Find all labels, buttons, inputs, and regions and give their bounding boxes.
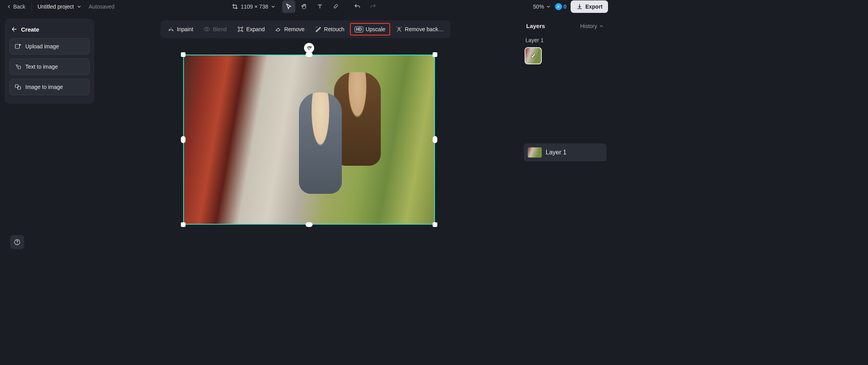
zoom-value: 50% [533, 4, 544, 10]
resize-handle-tl[interactable] [181, 52, 186, 57]
retouch-button[interactable]: Retouch [310, 23, 349, 36]
project-name-dropdown[interactable]: Untitled project [35, 2, 84, 11]
hand-icon [301, 3, 308, 10]
canvas-image[interactable] [183, 55, 435, 225]
canvas-dimensions-text: 1109 × 738 [241, 4, 268, 10]
layers-tab[interactable]: Layers [526, 23, 545, 29]
eraser-icon [275, 26, 282, 33]
text-to-image-icon [14, 63, 21, 70]
undo-icon [354, 3, 361, 10]
remove-background-button[interactable]: Remove back… [391, 23, 449, 36]
back-button[interactable]: Back [3, 2, 28, 11]
divider [32, 3, 32, 11]
help-button[interactable] [10, 235, 24, 249]
inpaint-label: Inpaint [177, 26, 193, 32]
credits-icon [555, 3, 562, 10]
expand-icon [237, 26, 244, 33]
remove-bg-label: Remove back… [405, 26, 444, 32]
credits-indicator[interactable]: 0 [555, 3, 567, 10]
upload-image-icon [14, 43, 21, 50]
text-to-image-button[interactable]: Text to image [9, 58, 90, 75]
image-to-image-label: Image to image [25, 84, 63, 90]
svg-point-5 [171, 28, 171, 28]
check-icon: ✓ [531, 52, 536, 60]
chevron-left-icon [6, 4, 12, 9]
redo-icon [369, 3, 377, 10]
svg-rect-1 [18, 66, 21, 69]
zoom-dropdown[interactable]: 50% [533, 4, 551, 10]
current-layer-label: Layer 1 [524, 35, 606, 47]
image-content [299, 92, 342, 194]
history-label: History [580, 23, 597, 29]
left-panel: Create Upload image Text to image Image … [5, 19, 94, 104]
remove-button[interactable]: Remove [270, 23, 309, 36]
text-to-image-label: Text to image [25, 64, 58, 70]
resize-handle-br[interactable] [433, 222, 437, 227]
brush-tool[interactable] [329, 0, 342, 13]
expand-button[interactable]: Expand [232, 23, 269, 36]
chevron-up-icon [599, 23, 604, 29]
crop-icon [232, 3, 239, 10]
chevron-down-icon [76, 4, 82, 9]
create-back-button[interactable]: Create [9, 23, 90, 38]
remove-label: Remove [284, 26, 304, 32]
top-right-controls: 50% 0 Export [533, 0, 608, 13]
retouch-icon [315, 26, 322, 33]
create-label: Create [21, 26, 39, 33]
canvas-dimensions-dropdown[interactable]: 1109 × 738 [232, 3, 276, 10]
upscale-button[interactable]: HD Upscale [350, 23, 390, 35]
resize-handle-top[interactable] [306, 52, 313, 57]
svg-point-10 [316, 27, 316, 28]
resize-handle-bottom[interactable] [306, 222, 313, 227]
image-to-image-icon [14, 83, 21, 90]
project-name-text: Untitled project [37, 4, 74, 10]
credits-count: 0 [564, 4, 567, 10]
blend-icon [203, 26, 210, 33]
export-button[interactable]: Export [571, 0, 608, 13]
pan-tool[interactable] [298, 0, 311, 13]
download-icon [576, 3, 583, 10]
text-tool[interactable] [313, 0, 327, 13]
back-label: Back [13, 4, 25, 10]
svg-point-12 [398, 28, 400, 30]
inpaint-button[interactable]: Inpaint [163, 23, 198, 36]
svg-rect-9 [239, 28, 242, 31]
resize-handle-left[interactable] [181, 136, 186, 143]
text-icon [316, 3, 324, 10]
redo-button[interactable] [366, 0, 380, 13]
layer-list-item[interactable]: Layer 1 [524, 144, 606, 161]
inpaint-icon [168, 26, 175, 33]
blend-label: Blend [213, 26, 227, 32]
regenerate-button[interactable] [304, 43, 314, 53]
svg-point-11 [317, 27, 318, 27]
upload-image-label: Upload image [25, 43, 59, 50]
history-tab[interactable]: History [580, 23, 604, 29]
select-tool[interactable] [282, 0, 295, 13]
layer-list-label: Layer 1 [546, 149, 566, 156]
undo-button[interactable] [351, 0, 364, 13]
upload-image-button[interactable]: Upload image [9, 38, 90, 55]
layer-thumbnail[interactable]: ✓ [525, 47, 542, 64]
image-to-image-button[interactable]: Image to image [9, 79, 90, 95]
cursor-icon [285, 3, 292, 10]
hd-icon: HD [355, 27, 363, 32]
resize-handle-bl[interactable] [181, 222, 186, 227]
svg-rect-0 [15, 44, 19, 49]
top-bar: Back Untitled project Autosaved 1109 × 7… [0, 0, 611, 13]
refresh-icon [306, 45, 312, 51]
autosaved-status: Autosaved [89, 4, 115, 10]
retouch-label: Retouch [324, 26, 344, 32]
canvas-selection[interactable] [183, 55, 435, 225]
svg-point-4 [169, 29, 170, 30]
export-label: Export [585, 4, 603, 10]
top-center-tools: 1109 × 738 [232, 0, 380, 13]
remove-bg-icon [396, 26, 403, 33]
blend-button: Blend [199, 23, 232, 36]
resize-handle-right[interactable] [433, 136, 437, 143]
action-bar: Inpaint Blend Expand Remove Retouch HD U… [161, 20, 451, 38]
expand-label: Expand [246, 26, 265, 32]
chevron-down-icon [546, 4, 551, 9]
right-panel: Layers History Layer 1 ✓ Layer 1 [524, 19, 606, 252]
resize-handle-tr[interactable] [433, 52, 437, 57]
help-icon [14, 239, 21, 246]
